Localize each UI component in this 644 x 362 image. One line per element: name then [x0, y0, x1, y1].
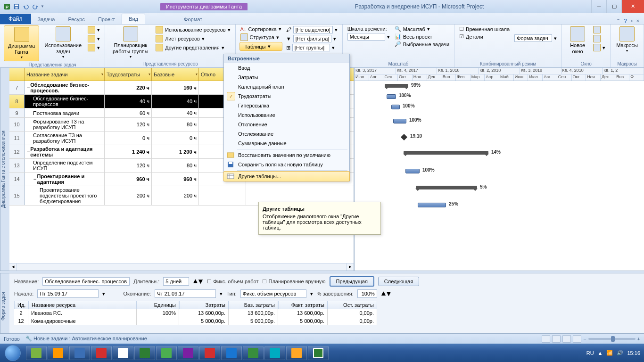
menu-item-variance[interactable]: Отклонение — [224, 120, 349, 129]
col-header-name[interactable]: Название задачи▾ — [25, 68, 105, 81]
file-tab[interactable]: Файл — [0, 14, 31, 24]
menu-item-work[interactable]: Трудозатраты — [224, 91, 349, 101]
timeline-checkbox[interactable]: ☐ Временная шкала — [458, 25, 511, 33]
details-checkbox[interactable]: ☑ Детали — [458, 33, 511, 40]
taskbar-app[interactable] — [156, 346, 177, 360]
name-input[interactable] — [42, 277, 130, 286]
view-usage-icon[interactable] — [552, 335, 561, 343]
taskbar-app[interactable] — [264, 346, 285, 360]
taskbar-app[interactable] — [308, 346, 329, 360]
menu-item-entry[interactable]: Ввод — [224, 63, 349, 73]
rsrc-col-fcost[interactable]: Факт. затраты — [278, 301, 328, 309]
scroll-left-icon[interactable]: ◂ — [9, 263, 17, 271]
tray-time[interactable]: 15:16 — [627, 350, 640, 356]
restore-window-icon[interactable]: ▫ — [631, 18, 633, 24]
resource-row[interactable]: 12Командировочные5 000,00р.5 000,00р.5 0… — [14, 317, 639, 325]
type-combo[interactable]: Фикс. объем ресурсов — [240, 289, 306, 298]
menu-item-cost[interactable]: Затраты — [224, 73, 349, 82]
taskbar-app[interactable] — [48, 346, 68, 360]
next-button[interactable]: Следующая — [378, 277, 420, 286]
timescale-combo[interactable]: Месяцы ▾ — [347, 33, 391, 41]
view-planner-icon[interactable] — [562, 335, 571, 343]
fixed-work-checkbox[interactable]: ☐ Фикс. объем работ — [207, 279, 258, 285]
tray-volume-icon[interactable]: 🔊 — [617, 350, 623, 356]
task-tab[interactable]: Задача — [31, 15, 62, 24]
macros-button[interactable]: Макросы▾ — [614, 25, 640, 54]
menu-item-summary[interactable]: Суммарные данные — [224, 139, 349, 148]
sort-button[interactable]: A↓ Сортировка ▾ — [239, 25, 282, 33]
redo-icon[interactable] — [31, 2, 40, 11]
taskbar-app[interactable] — [91, 346, 112, 360]
taskbar-app[interactable] — [26, 346, 47, 360]
tray-flag-icon[interactable]: ▲ — [598, 350, 603, 356]
project-tab[interactable]: Проект — [91, 15, 122, 24]
view-tab[interactable]: Вид — [122, 14, 145, 24]
rsrc-col-name[interactable]: Название ресурса — [28, 301, 137, 309]
close-button[interactable]: ✕ — [621, 0, 644, 13]
close-doc-icon[interactable]: × — [636, 18, 639, 24]
new-window-button[interactable]: Новое окно — [566, 25, 589, 56]
spinner-icon[interactable]: ⯅⯆ — [381, 291, 391, 296]
zoom-slider[interactable] — [588, 338, 636, 340]
menu-item-more-tables[interactable]: Другие таблицы... — [223, 171, 350, 181]
menu-item-hyperlink[interactable]: Гиперссылка — [224, 101, 349, 110]
start-input[interactable] — [37, 289, 99, 298]
menu-item-usage[interactable]: Использование — [224, 110, 349, 120]
h-scrollbar[interactable] — [17, 263, 346, 271]
taskbar-app[interactable] — [69, 346, 90, 360]
scroll-right-icon[interactable]: ▸ — [346, 263, 354, 271]
taskbar-app[interactable] — [199, 346, 220, 360]
other-task-views-button[interactable]: ▾ — [87, 43, 101, 52]
taskbar-app[interactable] — [243, 346, 264, 360]
taskbar-app[interactable] — [286, 346, 307, 360]
tray-lang[interactable]: RU — [586, 350, 594, 356]
gantt-chart-button[interactable]: Диаграмма Ганта▾ — [4, 25, 39, 61]
hide-button[interactable] — [592, 34, 606, 43]
spinner-icon[interactable]: ⯅⯆ — [193, 279, 203, 284]
arrange-button[interactable] — [592, 25, 606, 34]
calendar-button[interactable]: ▾ — [87, 34, 101, 43]
group-combo[interactable]: ⊞ [Нет группы] ▾ — [285, 43, 339, 52]
menu-item-schedule[interactable]: Календарный план — [224, 82, 349, 91]
zoom-button[interactable]: 🔍 Масштаб ▾ — [394, 25, 450, 33]
view-gantt-icon[interactable] — [542, 335, 550, 343]
minimize-ribbon-icon[interactable]: ⌃ — [616, 18, 620, 24]
view-sheet-icon[interactable] — [573, 335, 581, 343]
rsrc-col-units[interactable]: Единицы — [137, 301, 179, 309]
taskbar-app[interactable] — [221, 346, 242, 360]
col-header-work[interactable]: Трудозатраты▾ — [105, 68, 152, 81]
format-tab[interactable]: Формат — [177, 15, 209, 24]
finish-input[interactable] — [155, 289, 216, 298]
taskbar-app[interactable] — [178, 346, 198, 360]
tray-network-icon[interactable]: 📶 — [606, 350, 613, 356]
col-header-row[interactable] — [9, 68, 25, 81]
outline-button[interactable]: Структура ▾ — [239, 33, 282, 41]
rsrc-col-cost[interactable]: Затраты — [179, 301, 229, 309]
menu-item-save-as[interactable]: Сохранить поля как новую таблицу — [224, 160, 349, 169]
previous-button[interactable]: Предыдущая — [330, 276, 374, 287]
duration-input[interactable] — [163, 277, 189, 286]
pct-input[interactable] — [357, 289, 377, 298]
split-button[interactable]: ▾ — [592, 43, 606, 52]
rsrc-col-bcost[interactable]: Баз. затраты — [229, 301, 278, 309]
taskbar-app[interactable] — [134, 346, 155, 360]
menu-item-reset[interactable]: Восстановить значения по умолчанию — [224, 150, 349, 160]
manual-schedule-checkbox[interactable]: ☐ Планирование вручную — [262, 279, 325, 285]
task-usage-button[interactable]: Использование задач▾ — [42, 25, 84, 60]
project-icon[interactable]: P — [3, 2, 11, 11]
selected-tasks-button[interactable]: 🔎 Выбранные задачи — [394, 41, 450, 48]
details-view-combo[interactable]: Форма задач ▾ — [513, 34, 558, 42]
zoom-in-icon[interactable]: + — [637, 336, 640, 342]
menu-item-tracking[interactable]: Отслеживание — [224, 129, 349, 139]
entire-project-button[interactable]: 📊 Весь проект — [394, 33, 450, 40]
zoom-out-icon[interactable]: − — [583, 336, 586, 342]
network-diagram-button[interactable]: ▾ — [87, 25, 101, 34]
resource-sheet-button[interactable]: Лист ресурсов ▾ — [155, 34, 231, 43]
rsrc-col-rcost[interactable]: Ост. затраты — [328, 301, 377, 309]
col-header-baseline[interactable]: Базовые▾ — [152, 68, 199, 81]
minimize-button[interactable]: ─ — [591, 0, 606, 13]
resource-row[interactable]: 2Иванова Р.С.100%13 600,00р.13 600,00р.1… — [14, 309, 639, 317]
save-icon[interactable] — [12, 2, 21, 11]
highlight-combo[interactable]: 🖍 [Не выделено] ▾ — [285, 25, 339, 34]
other-res-views-button[interactable]: Другие представления ▾ — [155, 43, 231, 52]
